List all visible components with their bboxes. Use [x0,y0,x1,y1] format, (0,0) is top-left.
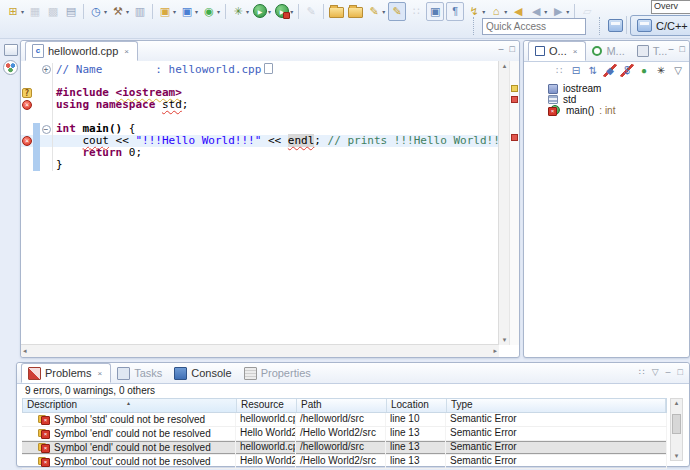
scrollbar-thumb[interactable] [672,414,681,434]
problem-row[interactable]: Symbol 'endl' could not be resolvedHello… [22,427,667,441]
dropdown-arrow-icon[interactable]: ▾ [566,8,569,15]
sort-icon[interactable]: ⇅ [586,64,600,77]
hide-fields-icon[interactable]: ◆ [603,64,617,77]
close-icon[interactable]: × [95,368,104,379]
new-wizard-icon[interactable]: ⊞▾ [5,3,25,20]
back-annotation-icon[interactable]: ◀ [510,3,526,20]
back-icon[interactable]: ◀▾ [528,3,548,20]
hide-non-public-icon[interactable]: ● [637,64,651,77]
go-home-icon[interactable]: ⌂▾ [488,3,508,20]
tab-properties[interactable]: Properties [238,363,317,383]
hide-inactive-icon[interactable]: ✳ [654,64,668,77]
column-header-path[interactable]: Path [297,399,387,412]
dropdown-arrow-icon[interactable]: ▾ [104,8,107,15]
toggle-highlight-icon[interactable]: ✎ [388,2,406,21]
code-line[interactable]: ×using namespace std; [21,99,499,111]
tab-problems[interactable]: Problems× [21,363,111,383]
dropdown-arrow-icon[interactable]: ▾ [126,8,129,15]
show-whitespace-icon[interactable]: ¶ [446,2,464,21]
code-line[interactable]: return 0; [21,147,499,159]
minimize-button[interactable]: – [666,367,671,377]
minimize-button[interactable]: – [499,45,504,54]
code-editor[interactable]: +// Name : helloworld.cpp?#include <iost… [21,61,499,345]
view-menu-icon[interactable]: ▽ [652,367,659,377]
last-edit-location-icon[interactable]: ↯▾ [466,3,486,20]
tab-outline[interactable]: O...× [528,41,586,61]
new-c-project-icon[interactable]: ▣▾ [157,3,177,20]
fold-toggle-icon[interactable]: − [42,125,51,134]
warning-mark[interactable] [511,85,518,92]
dropdown-arrow-icon[interactable]: ▾ [382,8,385,15]
build-all-icon[interactable]: ▥ [132,3,148,20]
scroll-up-icon[interactable]: ▴ [671,399,682,407]
build-icon[interactable]: ⚒▾ [110,3,130,20]
fold-toggle-icon[interactable]: + [42,65,51,74]
open-perspective-button[interactable] [606,16,624,34]
editor-horizontal-scrollbar[interactable]: ◂ ▸ [21,344,499,357]
open-element-icon[interactable] [347,3,364,20]
profile-icon[interactable]: ▶▾ [274,3,294,20]
forward-icon[interactable]: ▶▾ [550,3,570,20]
error-marker-icon[interactable]: × [22,136,32,146]
show-source-icon[interactable]: ▣ [426,2,444,21]
scroll-down-icon[interactable]: ▾ [671,452,682,460]
column-header-type[interactable]: Type [447,399,666,412]
editor-tab-helloworld[interactable]: c helloworld.cpp × [25,41,138,61]
scroll-left-icon[interactable]: ◂ [23,347,27,355]
minimize-button[interactable]: – [669,45,674,54]
tab-task-list[interactable]: T... [631,41,674,61]
tab-tasks[interactable]: Tasks [111,363,168,383]
new-c-source-file-icon[interactable]: ▣▾ [179,3,199,20]
problem-row[interactable]: Symbol 'cout' could not be resolvedHello… [22,455,667,469]
outline-item[interactable]: main() : int [524,105,689,116]
print-icon[interactable]: ▤ [63,3,79,20]
open-resource-icon[interactable] [328,3,345,20]
scroll-right-icon[interactable]: ▸ [493,347,497,355]
dropdown-arrow-icon[interactable]: ▾ [268,8,271,15]
dropdown-arrow-icon[interactable]: ▾ [544,8,547,15]
outline-item[interactable]: iostream [524,83,689,94]
dropdown-arrow-icon[interactable]: ▾ [290,8,293,15]
dropdown-arrow-icon[interactable]: ▾ [246,8,249,15]
restore-view-icon[interactable] [4,44,18,56]
problems-scrollbar[interactable]: ▴ ▾ [670,398,683,461]
collapse-all-icon[interactable]: ⊟ [569,64,583,77]
maximize-button[interactable]: □ [678,367,683,377]
column-header-resource[interactable]: Resource [237,399,297,412]
filter-icon[interactable]: ∷ [639,367,645,377]
perspective-cpp-button[interactable]: C/C++ [630,15,690,36]
warning-marker-icon[interactable]: ? [22,88,32,98]
minimized-view-icon[interactable] [3,60,18,75]
column-header-location[interactable]: Location [387,399,447,412]
dropdown-arrow-icon[interactable]: ▾ [504,8,507,15]
error-mark[interactable] [511,134,518,141]
tab-console[interactable]: Console [168,363,237,383]
folded-region-box[interactable] [264,63,273,74]
tab-make-targets[interactable]: M... [586,41,630,61]
maximize-button[interactable]: □ [680,45,685,54]
dropdown-arrow-icon[interactable]: ▾ [195,8,198,15]
new-c-class-icon[interactable]: ◉▾ [201,3,221,20]
error-marker-icon[interactable]: × [22,100,32,110]
code-line[interactable]: } [21,159,499,171]
launch-configurations-icon[interactable]: ◷▾ [88,3,108,20]
dropdown-arrow-icon[interactable]: ▾ [217,8,220,15]
quick-access-input[interactable] [482,18,586,35]
dropdown-arrow-icon[interactable]: ▾ [21,8,24,15]
error-mark[interactable] [511,96,518,103]
close-icon[interactable]: × [122,46,131,57]
dropdown-arrow-icon[interactable]: ▾ [173,8,176,15]
close-icon[interactable]: × [571,46,580,57]
code-line[interactable]: +// Name : helloworld.cpp [21,63,499,75]
problem-row[interactable]: Symbol 'endl' could not be resolvedhello… [22,441,667,455]
run-icon[interactable]: ▶▾ [252,3,272,20]
hide-static-icon[interactable]: $ [620,64,634,77]
overview-ruler[interactable] [509,61,519,345]
view-menu-icon[interactable]: ▽ [671,64,685,77]
problem-row[interactable]: Symbol 'std' could not be resolvedhellow… [22,413,667,427]
maximize-button[interactable]: □ [510,45,515,54]
highlighter-icon[interactable]: ✎▾ [366,3,386,20]
debug-icon[interactable]: ✳▾ [230,3,250,20]
dropdown-arrow-icon[interactable]: ▾ [482,8,485,15]
outline-item[interactable]: std [524,94,689,105]
